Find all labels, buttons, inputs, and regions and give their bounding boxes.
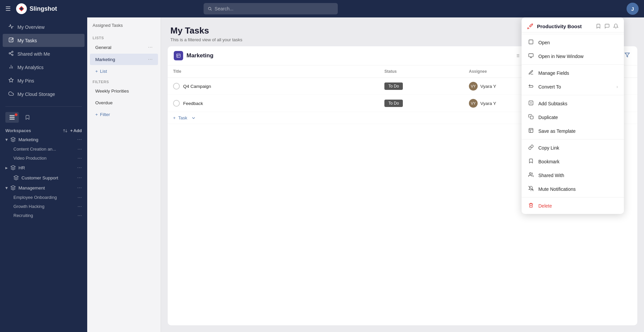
workspace-menu-icon[interactable]: ⋯ xyxy=(77,165,82,170)
menu-item-convert-to[interactable]: Convert To › xyxy=(522,80,624,94)
menu-item-add-subtasks[interactable]: Add Subtasks xyxy=(522,97,624,110)
task-checkbox[interactable] xyxy=(173,83,180,90)
sidebar-item-tasks[interactable]: My Tasks xyxy=(3,34,85,47)
delete-icon xyxy=(528,203,534,209)
workspace-management[interactable]: ▾ Management ⋯ xyxy=(0,183,87,193)
panel-item-weekly[interactable]: Weekly Priorities xyxy=(90,86,158,97)
notification-dot xyxy=(15,113,17,116)
sidebar-item-cloud[interactable]: My Cloud Storage xyxy=(3,88,85,101)
menu-item-bookmark[interactable]: Bookmark xyxy=(522,155,624,168)
panel-item-overdue[interactable]: Overdue xyxy=(90,97,158,108)
workspace-child-recruiting[interactable]: Recruiting ⋯ xyxy=(0,211,87,220)
child-menu-icon[interactable]: ⋯ xyxy=(77,204,82,209)
tasks-icon xyxy=(8,37,14,44)
svg-line-7 xyxy=(10,54,12,55)
board-icon xyxy=(174,51,183,60)
sidebar-nav: My Overview My Tasks Shared with Me My A… xyxy=(0,17,87,104)
workspace-child-content[interactable]: Content Creation an... ⋯ xyxy=(0,145,87,154)
cloud-icon xyxy=(8,91,14,97)
panel-item-marketing[interactable]: Marketing ⋯ xyxy=(90,54,158,65)
context-menu-header: Productivity Boost xyxy=(522,19,624,33)
layers-icon xyxy=(10,185,16,190)
pin-icon xyxy=(8,77,14,84)
child-menu-icon[interactable]: ⋯ xyxy=(77,213,82,218)
sidebar-item-shared[interactable]: Shared with Me xyxy=(3,47,85,60)
add-list-btn[interactable]: + List xyxy=(90,66,158,77)
panel-item-menu-icon[interactable]: ⋯ xyxy=(148,45,153,50)
bell-action-icon[interactable] xyxy=(613,23,619,29)
app-name: Slingshot xyxy=(30,5,57,12)
assigned-tasks-header: Assigned Tasks xyxy=(87,17,161,33)
status-badge: To Do xyxy=(384,100,403,107)
chat-action-icon[interactable] xyxy=(604,23,610,29)
panel-item-general[interactable]: General ⋯ xyxy=(90,42,158,53)
menu-item-open-new-window[interactable]: Open in New Window xyxy=(522,49,624,63)
svg-point-6 xyxy=(12,54,13,56)
svg-marker-17 xyxy=(14,175,18,178)
svg-marker-16 xyxy=(11,165,15,168)
col-status: Status xyxy=(379,65,464,78)
menu-item-duplicate[interactable]: Duplicate xyxy=(522,110,624,124)
child-menu-icon[interactable]: ⋯ xyxy=(77,195,82,200)
child-menu-icon[interactable]: ⋯ xyxy=(77,156,82,161)
search-input[interactable] xyxy=(215,6,334,11)
svg-marker-18 xyxy=(11,185,15,188)
workspace-menu-icon[interactable]: ⋯ xyxy=(77,175,82,180)
svg-line-42 xyxy=(529,186,534,191)
add-filter-btn[interactable]: + Filter xyxy=(90,109,158,120)
sidebar-item-overview[interactable]: My Overview xyxy=(3,20,85,34)
add-workspace-btn[interactable]: + Add xyxy=(70,128,82,133)
sidebar-bottom-actions xyxy=(0,109,87,125)
menu-item-manage-fields[interactable]: Manage Fields xyxy=(522,66,624,80)
bookmark-action-icon[interactable] xyxy=(596,23,601,29)
template-icon xyxy=(528,128,534,134)
menu-item-mute[interactable]: Mute Notifications xyxy=(522,182,624,196)
search-bar[interactable] xyxy=(204,3,338,14)
svg-line-8 xyxy=(10,52,12,53)
activity-icon xyxy=(8,24,14,30)
menu-item-open[interactable]: Open xyxy=(522,36,624,49)
sort-icon[interactable] xyxy=(63,128,67,133)
panel-item-menu-icon[interactable]: ⋯ xyxy=(148,57,153,62)
svg-rect-3 xyxy=(9,38,13,42)
svg-marker-29 xyxy=(625,53,629,57)
svg-rect-19 xyxy=(177,54,180,58)
workspace-marketing[interactable]: ▾ Marketing ⋯ xyxy=(0,134,87,145)
user-avatar[interactable]: J xyxy=(627,3,639,15)
menu-item-save-template[interactable]: Save as Template xyxy=(522,124,624,138)
app-logo: Slingshot xyxy=(16,3,57,14)
plus-icon: + xyxy=(95,69,98,74)
chevron-right-icon: › xyxy=(616,85,618,89)
chevron-down-icon: ▾ xyxy=(5,185,8,190)
divider xyxy=(522,197,624,198)
menu-item-shared-with[interactable]: Shared With xyxy=(522,168,624,182)
svg-rect-30 xyxy=(529,40,533,44)
workspace-stacks-btn[interactable] xyxy=(5,112,19,123)
filter-btn[interactable] xyxy=(623,51,631,60)
child-menu-icon[interactable]: ⋯ xyxy=(77,147,82,152)
task-checkbox[interactable] xyxy=(173,100,180,107)
duplicate-icon xyxy=(528,114,534,120)
lists-section-title: LISTS xyxy=(87,33,161,41)
sidebar-item-analytics[interactable]: My Analytics xyxy=(3,61,85,74)
context-menu: Productivity Boost Open Open in New Wind… xyxy=(522,17,624,214)
workspace-child-video[interactable]: Video Production ⋯ xyxy=(0,154,87,163)
workspaces-header: Workspaces + Add xyxy=(0,125,87,134)
workspace-child-growth[interactable]: Growth Hacking ⋯ xyxy=(0,202,87,211)
svg-rect-13 xyxy=(10,117,15,118)
workspace-child-onboarding[interactable]: Employee Onboarding ⋯ xyxy=(0,193,87,202)
workspace-menu-icon[interactable]: ⋯ xyxy=(77,137,82,142)
svg-rect-37 xyxy=(530,116,533,119)
hamburger-icon[interactable]: ☰ xyxy=(5,5,11,12)
bookmark-btn[interactable] xyxy=(21,112,34,123)
workspace-menu-icon[interactable]: ⋯ xyxy=(77,185,82,190)
workspace-hr[interactable]: ▸ HR ⋯ xyxy=(0,163,87,173)
svg-rect-14 xyxy=(10,119,15,120)
workspace-customer[interactable]: Customer Support ⋯ xyxy=(0,173,87,183)
shared-with-icon xyxy=(528,172,534,178)
sidebar-item-pins[interactable]: My Pins xyxy=(3,74,85,87)
menu-item-delete[interactable]: Delete xyxy=(522,199,624,213)
menu-item-copy-link[interactable]: Copy Link xyxy=(522,141,624,155)
svg-rect-12 xyxy=(10,115,15,116)
sidebar-divider xyxy=(5,106,82,107)
